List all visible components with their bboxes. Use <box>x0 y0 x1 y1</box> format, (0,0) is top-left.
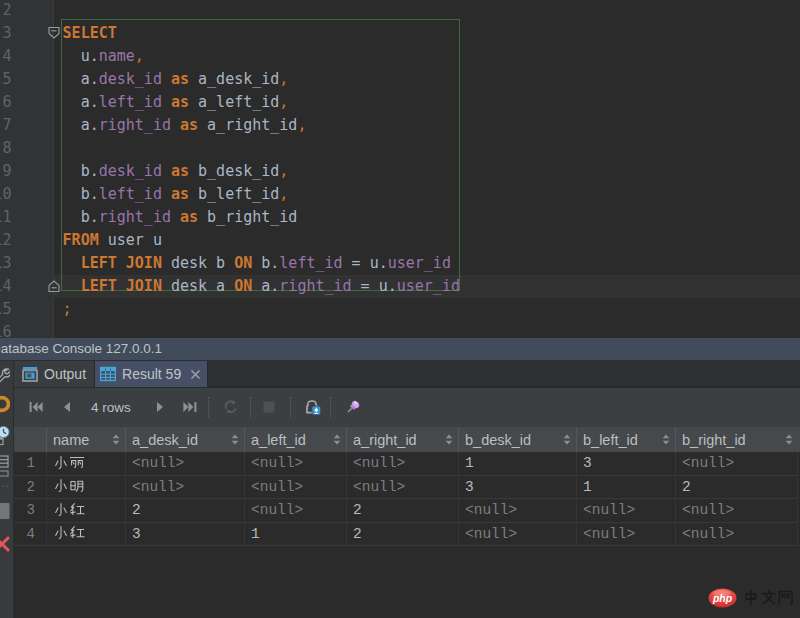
column-header-name[interactable]: name <box>47 427 126 452</box>
code-token: b. <box>63 208 99 226</box>
column-header-a_left_id[interactable]: a_left_id <box>245 427 347 452</box>
code-token: right_id <box>99 208 171 226</box>
grid-cell[interactable]: 3 <box>126 523 245 547</box>
code-token: LEFT JOIN <box>81 254 162 272</box>
toolbar-separator <box>330 397 331 417</box>
row-number-cell[interactable]: 3 <box>14 499 47 523</box>
last-page-button[interactable] <box>181 398 199 416</box>
grid-cell[interactable]: <null> <box>347 452 459 476</box>
sort-arrows-icon[interactable] <box>785 431 793 449</box>
statement-end-marker-icon[interactable] <box>48 280 60 293</box>
sort-arrows-icon[interactable] <box>563 431 571 449</box>
gray-block-icon[interactable] <box>0 502 10 520</box>
grid-cell[interactable]: <null> <box>245 499 347 523</box>
php-cn-watermark-text <box>742 589 795 607</box>
code-token <box>162 70 171 88</box>
cell-value: <null> <box>682 526 734 542</box>
grid-cell[interactable]: <null> <box>459 499 577 523</box>
grid-cell[interactable]: 3 <box>577 452 676 476</box>
sort-arrows-icon[interactable] <box>662 431 670 449</box>
grid-cell[interactable]: 2 <box>126 499 245 523</box>
pin-tab-button[interactable] <box>344 398 362 416</box>
row-count-label: 4 rows <box>91 388 131 427</box>
grid-cell[interactable]: <null> <box>347 476 459 500</box>
grid-cell[interactable]: 1 <box>245 523 347 547</box>
first-page-button[interactable] <box>27 398 45 416</box>
grid-cell[interactable]: 3 <box>459 476 577 500</box>
cjk-char <box>69 525 85 541</box>
grid-cell[interactable]: <null> <box>245 476 347 500</box>
column-header-a_desk_id[interactable]: a_desk_id <box>126 427 245 452</box>
cell-value: <null> <box>465 502 517 518</box>
console-tabs: Output Result 59 <box>14 361 800 387</box>
grid-cell[interactable]: <null> <box>577 499 676 523</box>
next-page-button[interactable] <box>151 398 169 416</box>
code-token: left_id <box>99 185 162 203</box>
code-token: a. <box>63 116 99 134</box>
cell-value: 2 <box>353 526 362 542</box>
grid-cell[interactable]: 2 <box>347 523 459 547</box>
code-token: b_left_id <box>189 185 279 203</box>
column-header-b_left_id[interactable]: b_left_id <box>577 427 676 452</box>
code-token: right_id <box>279 277 351 295</box>
grid-row: 2<null><null><null>312 <box>14 476 800 500</box>
grid-cell[interactable]: 1 <box>577 476 676 500</box>
grid-cell[interactable]: <null> <box>126 476 245 500</box>
line-number: 16 <box>0 321 12 339</box>
code-token: left_id <box>279 254 342 272</box>
tab-close-icon[interactable] <box>190 369 201 380</box>
row-number-cell[interactable]: 1 <box>14 452 47 476</box>
history-clock-icon[interactable] <box>0 425 10 448</box>
grid-cell[interactable]: <null> <box>577 523 676 547</box>
tool-window-header[interactable]: Database Console 127.0.0.1 <box>0 338 800 361</box>
tab-output[interactable]: Output <box>14 361 94 387</box>
cjk-char <box>69 478 85 494</box>
close-red-icon[interactable] <box>0 535 10 553</box>
grid-cell[interactable]: 1 <box>459 452 577 476</box>
code-token: a. <box>63 93 99 111</box>
row-number-cell[interactable]: 4 <box>14 523 47 547</box>
grid-cell[interactable]: 2 <box>676 476 798 500</box>
cjk-char <box>53 525 69 541</box>
database-ring-icon[interactable] <box>0 394 10 414</box>
grid-cell[interactable] <box>47 499 126 523</box>
row-number-cell[interactable]: 2 <box>14 476 47 500</box>
grid-cell[interactable]: <null> <box>676 499 798 523</box>
line-number: 12 <box>0 229 12 252</box>
stop-button[interactable] <box>260 398 278 416</box>
grid-cell[interactable]: <null> <box>459 523 577 547</box>
code-token: FROM <box>63 231 99 249</box>
grid-cell[interactable]: <null> <box>676 523 798 547</box>
export-data-button[interactable] <box>303 398 321 416</box>
grid-cell[interactable]: <null> <box>676 452 798 476</box>
column-header-b_right_id[interactable]: b_right_id <box>676 427 798 452</box>
sort-arrows-icon[interactable] <box>445 431 453 449</box>
cell-value: 1 <box>583 479 592 495</box>
column-header-a_right_id[interactable]: a_right_id <box>347 427 459 452</box>
code-token <box>162 185 171 203</box>
reload-page-button[interactable] <box>222 398 240 416</box>
code-area[interactable]: SELECT u.name, a.desk_id as a_desk_id, a… <box>63 0 460 338</box>
sort-arrows-icon[interactable] <box>112 431 120 449</box>
code-line: LEFT JOIN desk a ON a.right_id = u.user_… <box>63 275 460 298</box>
column-header-b_desk_id[interactable]: b_desk_id <box>459 427 577 452</box>
tab-result[interactable]: Result 59 <box>94 361 208 387</box>
grid-cell[interactable]: <null> <box>245 452 347 476</box>
sort-arrows-icon[interactable] <box>333 431 341 449</box>
grid-cell[interactable] <box>47 476 126 500</box>
column-header-label: b_left_id <box>583 432 638 448</box>
sql-editor[interactable]: 2345678910111213141516 SELECT u.name, a.… <box>0 0 800 338</box>
sort-arrows-icon[interactable] <box>231 431 239 449</box>
grid-cell[interactable]: <null> <box>126 452 245 476</box>
code-token <box>162 162 171 180</box>
grid-header-row: namea_desk_ida_left_ida_right_idb_desk_i… <box>14 427 800 452</box>
grid-cell[interactable] <box>47 452 126 476</box>
statement-start-marker-icon[interactable] <box>48 26 60 39</box>
previous-page-button[interactable] <box>58 398 76 416</box>
column-header-label: b_desk_id <box>465 432 531 448</box>
wrench-icon[interactable] <box>0 367 10 384</box>
grid-cell[interactable] <box>47 523 126 547</box>
code-token: desk_id <box>99 70 162 88</box>
structure-window-icon[interactable] <box>0 455 10 481</box>
grid-cell[interactable]: 2 <box>347 499 459 523</box>
